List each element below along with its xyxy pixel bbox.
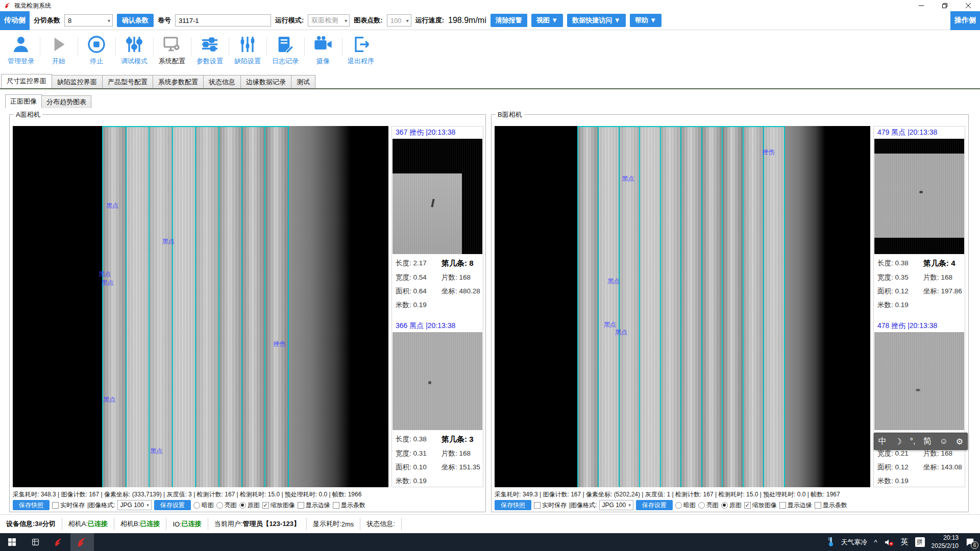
volume-muted-icon[interactable]: [884, 538, 894, 546]
radio-原图[interactable]: 原图: [721, 501, 742, 510]
toolbar-item-debug-sliders[interactable]: 调试模式: [115, 30, 153, 66]
checkbox-显示条数[interactable]: 显示条数: [815, 501, 847, 510]
toolbar-item-system-config[interactable]: 系统配置: [153, 30, 191, 66]
checkbox-显示条数[interactable]: 显示条数: [333, 501, 365, 510]
slit-count-select[interactable]: 8 ▾: [64, 14, 113, 27]
tab-main-6[interactable]: 测试: [291, 75, 315, 88]
defect-entry[interactable]: 367 挫伤 |20:13:38长度: 2.17第几条: 8宽度: 0.54片数…: [393, 127, 482, 310]
ime-simplified[interactable]: 简: [923, 436, 932, 447]
image-format-select[interactable]: JPG 100▾: [599, 500, 633, 510]
defect-label: 黑点: [615, 328, 627, 337]
toolbar-item-exit[interactable]: 退出程序: [342, 30, 380, 66]
tab-sub-1[interactable]: 分布趋势图表: [41, 95, 91, 108]
task-view-button[interactable]: [23, 533, 47, 551]
notification-center-icon[interactable]: 6: [965, 537, 975, 547]
defect-label: 黑点: [103, 395, 115, 404]
checkbox-缩放图像[interactable]: ✓缩放图像: [262, 501, 295, 510]
save-snapshot-button[interactable]: 保存快照: [13, 500, 50, 510]
tab-main-4[interactable]: 状态信息: [203, 75, 241, 88]
camera-image[interactable]: 黑点黑点黑点黑点挫伤黑点黑点: [13, 126, 388, 487]
image-format-select[interactable]: JPG 100▾: [117, 500, 151, 510]
ime-emoji-icon[interactable]: ☺: [940, 437, 948, 446]
ime-settings-gear-icon[interactable]: ⚙: [956, 437, 963, 446]
save-snapshot-button[interactable]: 保存快照: [495, 500, 531, 510]
checkbox-icon: ✓: [262, 502, 269, 509]
taskbar-clock[interactable]: 20:13 2025/2/10: [932, 534, 959, 550]
clear-alarm-button[interactable]: 清除报警: [491, 14, 527, 27]
roll-number-input[interactable]: [175, 14, 271, 27]
checkbox-显示边缘[interactable]: 显示边缘: [779, 501, 812, 510]
tray-expand-caret[interactable]: ^: [874, 538, 877, 546]
checkbox-实时保存[interactable]: 实时保存: [534, 501, 567, 510]
ime-punctuation-icon[interactable]: °,: [910, 437, 916, 446]
checkbox-icon: ✓: [744, 502, 751, 509]
toolbar-item-stop[interactable]: 停止: [78, 30, 115, 66]
radio-icon: [216, 502, 223, 509]
radio-dot: [723, 504, 726, 507]
toolbar-item-user[interactable]: 管理登录: [2, 30, 40, 66]
tab-main-0[interactable]: 尺寸监控界面: [1, 74, 52, 88]
toolbar-item-play[interactable]: 开始: [40, 30, 78, 66]
weather-text[interactable]: 天气寒冷: [841, 538, 868, 547]
status-value: 已连接: [140, 519, 160, 529]
defect-label: 挫伤: [763, 147, 775, 156]
toolbar-item-label: 开始: [52, 57, 65, 66]
stat-value: 面积: 0.12: [877, 287, 920, 296]
toolbar-item-log[interactable]: 日志记录: [266, 30, 304, 66]
drive-side-button[interactable]: 传动侧: [0, 11, 30, 30]
camera-panel-title: A面相机: [14, 110, 42, 119]
stat-value: 面积: 0.64: [396, 287, 438, 296]
radio-暗图[interactable]: 暗图: [675, 501, 696, 510]
toolbar-item-param-sliders[interactable]: 参数设置: [191, 30, 229, 66]
stat-value: 第几条: 4: [923, 259, 963, 268]
chart-points-select[interactable]: 100 ▾: [387, 14, 411, 27]
view-menu-button[interactable]: 视图 ▼: [531, 14, 563, 27]
help-menu-button[interactable]: 帮助 ▼: [630, 14, 662, 27]
taskbar-app-icon-active[interactable]: [70, 533, 94, 551]
radio-亮图[interactable]: 亮图: [698, 501, 719, 510]
defect-entry[interactable]: 479 黑点 |20:13:38长度: 0.38第几条: 4宽度: 0.35片数…: [874, 127, 964, 310]
camera-image[interactable]: 黑点挫伤黑点黑点黑点: [495, 126, 870, 487]
radio-亮图[interactable]: 亮图: [216, 501, 237, 510]
toolbar-item-label: 停止: [90, 57, 103, 66]
confirm-count-button[interactable]: 确认条数: [117, 14, 154, 27]
radio-原图[interactable]: 原图: [239, 501, 260, 510]
operator-side-button[interactable]: 操作侧: [950, 11, 980, 30]
tab-main-2[interactable]: 产品型号配置: [102, 75, 153, 88]
tab-sub-0[interactable]: 正面图像: [5, 94, 42, 108]
start-button[interactable]: [0, 533, 23, 551]
language-indicator[interactable]: 英: [901, 537, 909, 547]
tab-main-5[interactable]: 边缘数据记录: [240, 75, 291, 88]
defect-entry[interactable]: 366 黑点 |20:13:38长度: 0.38第几条: 3宽度: 0.31片数…: [393, 320, 482, 486]
run-speed-value: 198.9m/mi: [448, 16, 486, 25]
save-settings-button[interactable]: 保存设置: [636, 500, 673, 510]
close-button[interactable]: [957, 0, 980, 11]
tab-main-3[interactable]: 系统参数配置: [153, 75, 204, 88]
defect-entry-header: 478 挫伤 |20:13:38: [874, 320, 964, 332]
run-mode-select[interactable]: 双面检测 ▾: [308, 14, 350, 27]
run-mode-label: 运行模式:: [275, 16, 304, 25]
ime-mode-chinese[interactable]: 中: [878, 436, 887, 447]
status-value: 2ms: [341, 520, 354, 528]
stat-value: 片数: 168: [442, 449, 481, 458]
checkbox-缩放图像[interactable]: ✓缩放图像: [744, 501, 777, 510]
toolbar-item-video-camera[interactable]: 摄像: [304, 30, 342, 66]
save-settings-button[interactable]: 保存设置: [154, 500, 191, 510]
taskbar-app-icon[interactable]: [47, 533, 70, 551]
toolbar-item-defect-sliders[interactable]: 缺陷设置: [229, 30, 266, 66]
checkbox-实时保存[interactable]: 实时保存: [52, 501, 85, 510]
checkbox-显示边缘[interactable]: 显示边缘: [298, 501, 330, 510]
radio-label: 原图: [248, 501, 260, 510]
data-quick-access-button[interactable]: 数据快捷访问 ▼: [567, 14, 625, 27]
ime-indicator[interactable]: 拼: [915, 537, 925, 547]
tab-main-1[interactable]: 缺陷监控界面: [52, 75, 103, 88]
defect-entry[interactable]: 478 挫伤 |20:13:38长度: 0.57第几条: 3宽度: 0.21片数…: [874, 320, 964, 486]
image-format-value: JPG 100: [120, 502, 144, 509]
radio-暗图[interactable]: 暗图: [193, 501, 214, 510]
log-icon: [275, 34, 296, 55]
checkbox-label: 显示边缘: [788, 501, 812, 510]
minimize-button[interactable]: [910, 0, 933, 11]
ime-fullwidth-moon-icon[interactable]: ☽: [895, 437, 902, 446]
ime-toolbar[interactable]: 中☽°,简☺⚙: [874, 433, 968, 450]
maximize-button[interactable]: [933, 0, 957, 11]
